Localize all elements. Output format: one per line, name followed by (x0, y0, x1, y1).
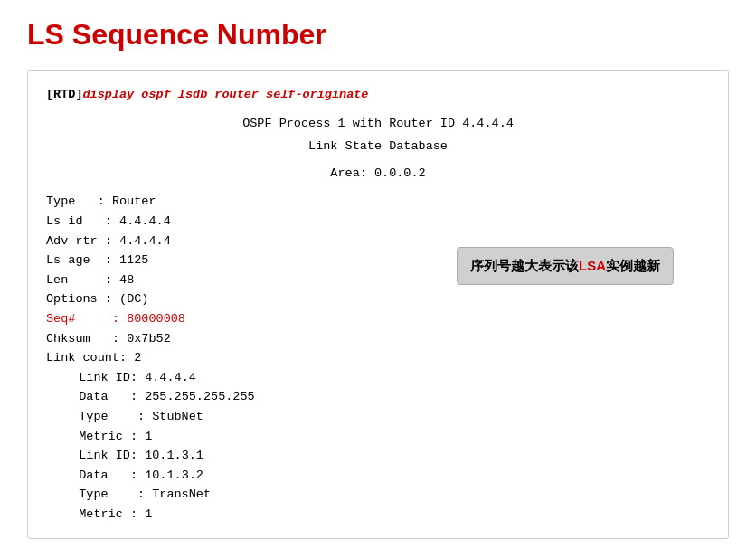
link2-type-value: TransNet (152, 488, 211, 501)
link2-id-label: Link ID: (79, 449, 137, 462)
link1-id-label: Link ID: (79, 371, 137, 384)
linkcount-row: Link count: 2 (46, 348, 710, 368)
link2-data-row: Data : 10.1.3.2 (46, 466, 710, 486)
link1-data-value: 255.255.255.255 (145, 390, 255, 403)
terminal-command: display ospf lsdb router self-originate (83, 88, 369, 101)
link1-metric-row: Metric : 1 (46, 427, 710, 447)
linkcount-value: 2 (134, 351, 141, 365)
tooltip-text-before: 序列号越大表示该 (470, 258, 579, 273)
link2-type-label: Type (79, 488, 108, 501)
seq-value: 80000008 (127, 312, 185, 326)
chksum-value: 0x7b52 (127, 332, 171, 346)
link2-metric-label: Metric : (79, 507, 137, 521)
area-line: Area: 0.0.0.2 (46, 164, 710, 184)
header-line1: OSPF Process 1 with Router ID 4.4.4.4 (46, 114, 710, 134)
page-title: LS Sequence Number (27, 18, 729, 52)
chksum-label: Chksum (46, 332, 90, 346)
link1-type-row: Type : StubNet (46, 407, 710, 427)
tooltip-text-after: 实例越新 (606, 258, 660, 273)
link2-data-label: Data (79, 469, 108, 482)
advrtr-value: 4.4.4.4 (119, 234, 171, 248)
link2-metric-row: Metric : 1 (46, 505, 710, 525)
seq-row: Seq# : 80000008 (46, 309, 710, 329)
link1-type-value: StubNet (152, 410, 203, 423)
header-line2: Link State Database (46, 137, 710, 156)
link1-metric-value: 1 (145, 430, 152, 443)
link1-metric-label: Metric : (79, 430, 137, 443)
terminal-prompt: [RTD] (46, 88, 83, 101)
tooltip-lsa-text: LSA (579, 258, 606, 273)
tooltip-box: 序列号越大表示该LSA实例越新 (457, 247, 674, 285)
fields-block: Type : Router Ls id : 4.4.4.4 Adv rtr : … (46, 192, 710, 524)
options-value: (DC) (119, 292, 148, 306)
terminal-box: [RTD]display ospf lsdb router self-origi… (27, 70, 729, 539)
type-value: Router (112, 194, 156, 208)
len-label: Len (46, 273, 68, 287)
len-value: 48 (119, 273, 134, 287)
lsid-label: Ls id (46, 214, 83, 228)
type-label: Type (46, 194, 75, 208)
linkcount-label: Link count: (46, 351, 127, 365)
seq-label: Seq# (46, 312, 75, 326)
link2-id-value: 10.1.3.1 (145, 449, 203, 462)
lsage-value: 1125 (119, 253, 148, 267)
command-line: [RTD]display ospf lsdb router self-origi… (46, 85, 710, 105)
chksum-row: Chksum : 0x7b52 (46, 329, 710, 349)
options-label: Options (46, 292, 98, 306)
link1-id-value: 4.4.4.4 (145, 371, 196, 384)
link1-id-row: Link ID: 4.4.4.4 (46, 368, 710, 388)
type-row: Type : Router (46, 192, 710, 212)
link2-data-value: 10.1.3.2 (145, 469, 203, 482)
lsid-row: Ls id : 4.4.4.4 (46, 212, 710, 232)
options-row: Options : (DC) (46, 289, 710, 309)
link2-metric-value: 1 (145, 507, 152, 521)
link1-type-label: Type (79, 410, 108, 423)
output-block: OSPF Process 1 with Router ID 4.4.4.4 Li… (46, 114, 710, 525)
link2-type-row: Type : TransNet (46, 485, 710, 505)
link1-data-label: Data (79, 390, 108, 403)
link1-data-row: Data : 255.255.255.255 (46, 387, 710, 407)
advrtr-label: Adv rtr (46, 234, 98, 248)
lsage-label: Ls age (46, 253, 90, 267)
lsid-value: 4.4.4.4 (119, 214, 171, 228)
link2-id-row: Link ID: 10.1.3.1 (46, 446, 710, 466)
